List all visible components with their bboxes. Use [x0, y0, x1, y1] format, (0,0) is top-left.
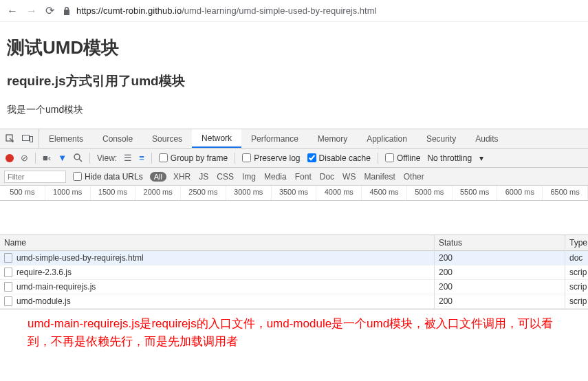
tab-network[interactable]: Network [192, 129, 241, 148]
svg-line-4 [79, 159, 82, 162]
group-by-frame-checkbox[interactable]: Group by frame [159, 153, 228, 163]
page-body: 测试UMD模块 require.js方式引用了umd模块 我是一个umd模块 [0, 22, 588, 129]
timeline-ruler[interactable]: 500 ms1000 ms1500 ms2000 ms2500 ms3000 m… [0, 186, 588, 201]
waterfall-icon[interactable]: ≡ [139, 153, 144, 163]
lock-icon [63, 6, 71, 16]
devtools-tabbar: ElementsConsoleSourcesNetworkPerformance… [0, 129, 588, 149]
hide-data-urls-checkbox[interactable]: Hide data URLs [73, 172, 143, 182]
page-heading-1: 测试UMD模块 [7, 36, 581, 60]
record-icon[interactable] [6, 154, 14, 162]
file-icon [4, 253, 12, 263]
timeline-tick: 5000 ms [407, 186, 453, 200]
tab-audits[interactable]: Audits [466, 129, 508, 148]
filter-all[interactable]: All [150, 172, 166, 182]
reload-icon[interactable]: ⟳ [45, 4, 54, 17]
request-type[interactable]: scrip [565, 280, 588, 294]
request-status[interactable]: 200 [435, 251, 565, 265]
url-text: https://cumt-robin.github.io/umd-learnin… [76, 6, 376, 16]
request-row[interactable]: require-2.3.6.js [0, 265, 434, 280]
tab-application[interactable]: Application [357, 129, 417, 148]
file-icon [4, 296, 12, 306]
page-heading-2: require.js方式引用了umd模块 [7, 72, 581, 90]
request-status[interactable]: 200 [435, 280, 565, 294]
network-filter-bar: Hide data URLs All XHRJSCSSImgMediaFontD… [0, 168, 588, 186]
svg-rect-2 [30, 136, 33, 142]
network-toolbar: ⊘ ■‹ ▼ View: ☰ ≡ Group by frame Preserve… [0, 149, 588, 168]
annotation-text: umd-main-requirejs.js是requirejs的入口文件，umd… [0, 309, 588, 360]
request-status[interactable]: 200 [435, 265, 565, 280]
column-header-name[interactable]: Name [0, 235, 434, 251]
disable-cache-checkbox[interactable]: Disable cache [307, 153, 371, 163]
offline-checkbox[interactable]: Offline [385, 153, 420, 163]
filter-type-other[interactable]: Other [404, 172, 424, 182]
request-type[interactable]: scrip [565, 294, 588, 309]
column-header-type[interactable]: Type [565, 235, 588, 251]
filter-type-ws[interactable]: WS [342, 172, 356, 182]
camera-icon[interactable]: ■‹ [43, 153, 51, 163]
request-row[interactable]: umd-simple-used-by-requirejs.html [0, 251, 434, 265]
devtools-panel: ElementsConsoleSourcesNetworkPerformance… [0, 129, 588, 360]
tab-performance[interactable]: Performance [241, 129, 308, 148]
timeline-tick: 3000 ms [226, 186, 272, 200]
filter-type-doc[interactable]: Doc [320, 172, 334, 182]
filter-type-js[interactable]: JS [199, 172, 208, 182]
tab-elements[interactable]: Elements [39, 129, 93, 148]
clear-icon[interactable]: ⊘ [21, 153, 28, 163]
address-bar[interactable]: https://cumt-robin.github.io/umd-learnin… [63, 6, 581, 16]
request-status[interactable]: 200 [435, 294, 565, 309]
large-rows-icon[interactable]: ☰ [124, 153, 132, 163]
tab-memory[interactable]: Memory [308, 129, 357, 148]
page-paragraph: 我是一个umd模块 [7, 104, 581, 116]
browser-toolbar: ← → ⟳ https://cumt-robin.github.io/umd-l… [0, 0, 588, 22]
tab-console[interactable]: Console [93, 129, 142, 148]
request-row[interactable]: umd-module.js [0, 294, 434, 309]
back-icon[interactable]: ← [7, 5, 18, 17]
file-icon [4, 268, 12, 277]
device-icon[interactable] [22, 135, 33, 143]
timeline-tick: 3500 ms [272, 186, 317, 200]
svg-rect-1 [23, 135, 30, 140]
request-type[interactable]: scrip [565, 265, 588, 280]
timeline-tick: 6500 ms [543, 186, 588, 200]
timeline-tick: 4000 ms [316, 186, 362, 200]
timeline-tick: 500 ms [0, 186, 45, 200]
request-type[interactable]: doc [565, 251, 588, 265]
request-row[interactable]: umd-main-requirejs.js [0, 280, 434, 294]
filter-input[interactable] [4, 171, 66, 183]
tab-security[interactable]: Security [417, 129, 466, 148]
timeline-tick: 5500 ms [453, 186, 498, 200]
timeline-tick: 4500 ms [362, 186, 407, 200]
timeline-tick: 1500 ms [91, 186, 136, 200]
tab-sources[interactable]: Sources [142, 129, 192, 148]
network-grid: Name umd-simple-used-by-requirejs.htmlre… [0, 235, 588, 309]
timeline-tick: 2500 ms [181, 186, 226, 200]
throttling-select[interactable]: No throttling ▾ [427, 153, 483, 163]
filter-type-img[interactable]: Img [242, 172, 256, 182]
filter-type-manifest[interactable]: Manifest [364, 172, 395, 182]
timeline-tick: 1000 ms [45, 186, 91, 200]
filter-type-xhr[interactable]: XHR [173, 172, 190, 182]
file-icon [4, 282, 12, 292]
filter-type-media[interactable]: Media [264, 172, 287, 182]
filter-toggle-icon[interactable]: ▼ [58, 153, 67, 163]
view-label: View: [97, 153, 117, 163]
filter-type-css[interactable]: CSS [217, 172, 234, 182]
forward-icon[interactable]: → [26, 5, 37, 17]
svg-point-3 [74, 154, 80, 160]
timeline-overview[interactable] [0, 201, 588, 235]
inspect-icon[interactable] [6, 134, 15, 144]
timeline-tick: 2000 ms [135, 186, 181, 200]
filter-type-font[interactable]: Font [295, 172, 312, 182]
preserve-log-checkbox[interactable]: Preserve log [242, 153, 300, 163]
search-icon[interactable] [74, 153, 83, 162]
column-header-status[interactable]: Status [435, 235, 565, 251]
timeline-tick: 6000 ms [497, 186, 543, 200]
